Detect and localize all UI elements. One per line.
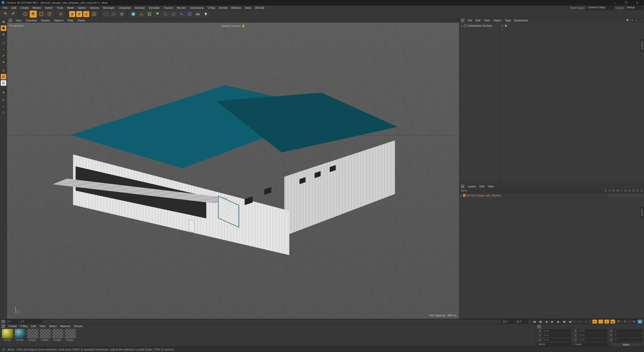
object-tree-item[interactable]: ▸ Subdivision Surface [460, 24, 499, 28]
camera-button[interactable] [194, 11, 201, 18]
render-settings-button[interactable] [118, 11, 125, 18]
subdivision-button[interactable] [146, 11, 153, 18]
vp-menu-display[interactable]: Display [39, 19, 52, 22]
vp-nav-pan-icon[interactable] [441, 19, 445, 22]
coord-system-toggle[interactable] [91, 11, 98, 18]
coord-pos-x[interactable]: 0 cm [542, 329, 571, 333]
record-button[interactable]: ● [577, 319, 582, 324]
layers-menu-view[interactable]: View [486, 185, 496, 188]
tl-burger-icon[interactable] [2, 320, 5, 323]
window-close-button[interactable]: ✕ [631, 0, 642, 6]
deformer-button[interactable] [178, 11, 185, 18]
redo-button[interactable] [10, 11, 17, 18]
object-visibility-editor-toggle[interactable] [501, 24, 504, 27]
om-burger-icon[interactable] [461, 19, 464, 22]
pen-spline-button[interactable] [138, 11, 145, 18]
mograph-button[interactable] [162, 11, 169, 18]
mat-burger-icon[interactable] [2, 325, 5, 328]
timeline-current-frame[interactable] [20, 320, 42, 324]
layer-render-toggle[interactable] [616, 194, 618, 197]
mat-menu-create[interactable]: Create [7, 325, 18, 328]
om-eye-icon[interactable]: 👁 [630, 19, 634, 22]
menu-create[interactable]: Create [18, 6, 31, 10]
extrude-button[interactable] [154, 11, 161, 18]
cube-primitive-button[interactable] [130, 11, 137, 18]
prev-frame-button[interactable]: ◀ [544, 319, 549, 324]
live-select-tool[interactable] [22, 11, 29, 18]
layer-expr-toggle[interactable] [637, 194, 639, 197]
scale-tool[interactable] [38, 11, 45, 18]
key-param-toggle[interactable]: ◐ [610, 319, 615, 324]
object-tree[interactable]: ▸ Subdivision Surface ✓ [459, 23, 644, 184]
material-item[interactable]: Hangar_ [27, 329, 39, 341]
vp-menu-cameras[interactable]: Cameras [24, 19, 39, 22]
menu-simulate[interactable]: Simulate [147, 6, 162, 10]
coord-size-y[interactable]: 0 cm [578, 334, 607, 337]
coord-pos-z[interactable]: 0 cm [542, 338, 571, 342]
move-tool[interactable] [30, 11, 37, 18]
material-item[interactable]: Aircraft_ [2, 329, 14, 341]
make-editable-button[interactable] [1, 19, 6, 25]
vp-nav-toggle-icon[interactable] [454, 19, 458, 22]
layer-color-swatch[interactable] [463, 194, 466, 197]
next-key-button[interactable]: |▶ [562, 319, 567, 324]
layer-gen-toggle[interactable] [630, 194, 632, 197]
om-menu-object[interactable]: Object [492, 19, 503, 22]
window-maximize-button[interactable]: ❐ [620, 0, 631, 6]
snap-settings-button[interactable]: S [1, 80, 6, 86]
goto-start-button[interactable]: |◀ [532, 319, 537, 324]
object-mode-button[interactable] [1, 40, 6, 46]
layer-view-toggle[interactable] [612, 194, 615, 197]
mat-menu-texture[interactable]: Texture [72, 325, 84, 328]
layer-deform-toggle[interactable] [633, 194, 636, 197]
menu-render[interactable]: Render [175, 6, 188, 10]
viewport-solo-button[interactable] [1, 97, 6, 103]
layers-list[interactable]: ▸ Aircraft_Hangar_with_Airplane [459, 193, 644, 319]
coord-pos-y[interactable]: 0 cm [542, 334, 571, 337]
menu-arnold[interactable]: Arnold [217, 6, 229, 10]
om-search-icon[interactable]: 🔍 [626, 19, 630, 22]
menu-mograph[interactable]: MoGraph [101, 6, 116, 10]
om-menu-edit[interactable]: Edit [474, 19, 482, 22]
coord-mode-select[interactable]: World [537, 343, 572, 347]
axis-x-toggle[interactable]: X [69, 11, 75, 17]
render-view-button[interactable] [102, 11, 109, 18]
key-scale-toggle[interactable]: ⬚ [598, 319, 603, 324]
layer-lock-toggle[interactable] [623, 194, 625, 197]
menu-extensions[interactable]: Extensions [188, 6, 206, 10]
window-minimize-button[interactable]: — [609, 0, 620, 6]
coord-size-z[interactable]: 0 cm [578, 338, 607, 342]
mat-menu-select[interactable]: Select [47, 325, 59, 328]
layer-anim-toggle[interactable] [626, 194, 629, 197]
goto-end-button[interactable]: ▶| [568, 319, 573, 324]
menu-edit[interactable]: Edit [10, 6, 18, 10]
vp-menu-filter[interactable]: Filter [65, 19, 75, 22]
layers-menu-layers[interactable]: Layers [466, 185, 478, 188]
material-item[interactable]: Hangar_ [39, 329, 51, 341]
field-button[interactable] [170, 11, 177, 18]
vp-nav-orbit-icon[interactable] [450, 19, 453, 22]
last-tool[interactable] [57, 11, 64, 18]
menu-animate[interactable]: Animate [133, 6, 147, 10]
coord-rot-p[interactable]: 0 ° [614, 334, 642, 337]
coord-burger-icon[interactable] [537, 325, 541, 328]
expand-icon[interactable]: ▸ [460, 194, 462, 197]
layers-burger-icon[interactable] [461, 185, 464, 188]
menu-tools[interactable]: Tools [55, 6, 65, 10]
material-item[interactable]: Hangar_ [52, 329, 64, 341]
light-button[interactable] [202, 11, 209, 18]
key-dots-toggle[interactable]: ⠿ [622, 319, 627, 324]
object-enable-toggle[interactable]: ✓ [505, 24, 507, 27]
prev-key-button[interactable]: ◀| [538, 319, 543, 324]
layer-solo-toggle[interactable] [609, 194, 611, 197]
node-space-select[interactable]: Current (V-Ray) [586, 6, 614, 10]
timeline-end-frame[interactable] [502, 320, 514, 324]
menu-3dtoall[interactable]: 3DToAll [253, 6, 266, 10]
coord-apply-button[interactable]: Apply [610, 343, 642, 347]
play-button[interactable]: ▶ [550, 319, 555, 324]
model-mode-button[interactable] [1, 25, 6, 31]
timeline-ruler[interactable]: 0246810121416182022242628303234363840424… [0, 319, 644, 319]
point-mode-button[interactable] [1, 47, 6, 52]
menu-select[interactable]: Select [43, 6, 55, 10]
next-frame-button[interactable]: ▶ [556, 319, 561, 324]
